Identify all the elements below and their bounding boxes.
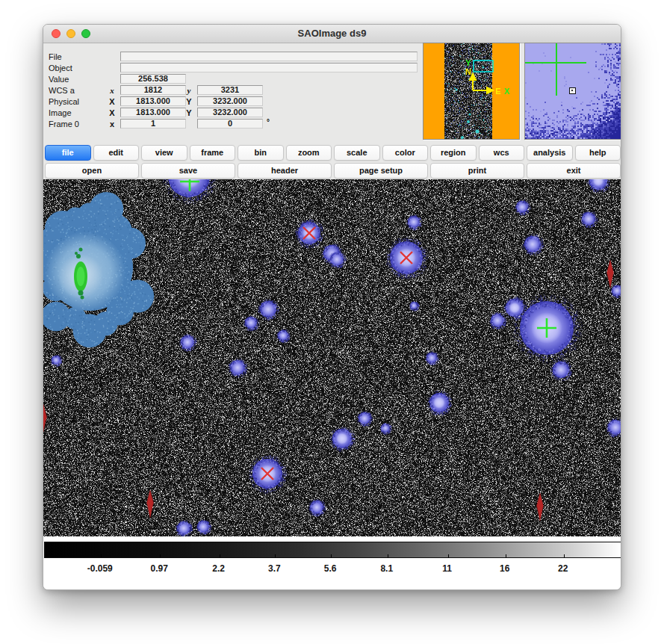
- physical-y-label: Y: [184, 97, 194, 106]
- panner[interactable]: Y N E X: [423, 43, 520, 140]
- colorbar-tick-label: 2.2: [212, 563, 225, 574]
- menu-file[interactable]: file: [45, 145, 91, 161]
- colorbar-tick-mark: [506, 554, 506, 557]
- image-viewport[interactable]: [43, 179, 621, 536]
- menu-bin[interactable]: bin: [238, 145, 284, 161]
- menu-edit[interactable]: edit: [93, 145, 140, 161]
- wcs-label: WCS a: [49, 86, 75, 95]
- physical-label: Physical: [49, 97, 79, 106]
- menu-frame[interactable]: frame: [190, 145, 236, 161]
- colorbar-tick-label: 16: [500, 563, 509, 574]
- colorbar-tick-label: 11: [442, 563, 452, 574]
- colorbar-tick-label: 8.1: [380, 563, 393, 574]
- frame-rotate-field: 0: [197, 119, 263, 129]
- save-button[interactable]: save: [141, 163, 235, 179]
- ds9-window: SAOImage ds9 File Object Value 256.538 W…: [43, 24, 621, 590]
- physical-y-field: 3232.000: [197, 96, 263, 106]
- frame-label: Frame 0: [49, 120, 79, 129]
- image-x-label: X: [107, 108, 117, 117]
- object-field: [120, 63, 418, 72]
- menu-help[interactable]: help: [575, 145, 621, 161]
- magnifier[interactable]: [524, 43, 621, 140]
- exit-button[interactable]: exit: [527, 163, 621, 179]
- magnifier-cursor: [569, 87, 576, 94]
- object-label: Object: [49, 64, 72, 72]
- colorbar-tick-label: 3.7: [268, 563, 281, 574]
- colorbar-tick-mark: [448, 554, 449, 557]
- image-y-field: 3232.000: [197, 108, 263, 117]
- title-bar[interactable]: SAOImage ds9: [43, 25, 621, 43]
- wcs-y-label: y: [184, 86, 194, 95]
- colorbar-tick-mark: [564, 554, 565, 557]
- colorbar-tick-mark: [220, 554, 220, 557]
- panner-canvas[interactable]: [423, 43, 519, 139]
- colorbar-tick-mark: [388, 554, 388, 557]
- page-setup-button[interactable]: page setup: [334, 163, 428, 179]
- value-field: 256.538: [120, 74, 186, 84]
- file-label: File: [49, 52, 62, 61]
- menu-color[interactable]: color: [382, 145, 429, 161]
- file-bar: open save header page setup print exit: [45, 163, 621, 179]
- wcs-y-field: 3231: [197, 85, 263, 95]
- open-button[interactable]: open: [45, 163, 139, 179]
- menu-scale[interactable]: scale: [334, 145, 380, 161]
- menu-zoom[interactable]: zoom: [286, 145, 332, 161]
- wcs-x-label: x: [107, 86, 117, 95]
- colorbar-tick-mark: [331, 554, 332, 557]
- image-y-label: Y: [184, 108, 194, 117]
- physical-x-label: X: [107, 97, 117, 106]
- menu-wcs[interactable]: wcs: [479, 145, 525, 161]
- image-x-field: 1813.000: [120, 108, 186, 117]
- colorbar[interactable]: [44, 542, 621, 558]
- image-label: Image: [49, 108, 72, 117]
- menu-bar: file edit view frame bin zoom scale colo…: [45, 145, 621, 161]
- close-button[interactable]: [52, 29, 60, 38]
- window-title: SAOImage ds9: [43, 25, 621, 43]
- menu-analysis[interactable]: analysis: [527, 145, 573, 161]
- menu-region[interactable]: region: [430, 145, 477, 161]
- colorbar-tick-label: 0.97: [151, 563, 168, 574]
- degree-symbol: °: [267, 118, 270, 126]
- frame-zoom-field: 1: [120, 119, 186, 129]
- physical-x-field: 1813.000: [120, 96, 186, 106]
- colorbar-tick-label: 22: [558, 563, 568, 574]
- wcs-x-field: 1812: [120, 85, 186, 95]
- zoom-window-button[interactable]: [81, 29, 90, 38]
- menu-view[interactable]: view: [141, 145, 187, 161]
- colorbar-tick-mark: [275, 554, 276, 557]
- print-button[interactable]: print: [430, 163, 524, 179]
- colorbar-tick-mark: [101, 554, 102, 557]
- file-field: [120, 52, 418, 61]
- colorbar-tick-label: 5.6: [324, 563, 337, 574]
- main-image-canvas[interactable]: [43, 179, 621, 536]
- colorbar-tick-mark: [160, 554, 161, 557]
- frame-x-label: x: [107, 120, 117, 129]
- minimize-button[interactable]: [66, 29, 75, 38]
- value-label: Value: [49, 75, 69, 84]
- header-button[interactable]: header: [238, 163, 332, 179]
- colorbar-section: -0.0590.972.23.75.68.1111622: [43, 536, 621, 590]
- colorbar-tick-label: -0.059: [87, 563, 113, 574]
